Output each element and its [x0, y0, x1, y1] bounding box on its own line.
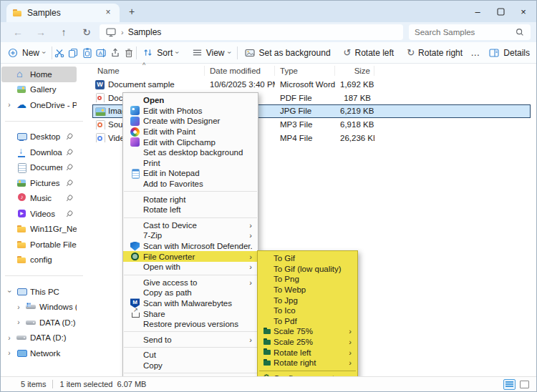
- menu-item-cast-to-device[interactable]: Cast to Device›: [123, 220, 258, 231]
- menu-item-to-jpg[interactable]: To Jpg: [258, 295, 357, 305]
- sidebar-item-windows-c[interactable]: ›Windows (C:): [1, 300, 77, 315]
- icons-view-toggle[interactable]: [520, 381, 529, 388]
- minimize-button[interactable]: –: [466, 1, 489, 22]
- menu-item-to-ico[interactable]: To Ico: [258, 305, 357, 316]
- menu-item-label: Create with Designer: [143, 117, 252, 125]
- sidebar-item-home[interactable]: Home: [1, 67, 77, 82]
- chevron-right-icon[interactable]: ›: [6, 334, 13, 342]
- menu-item-scale-25[interactable]: Scale 25%›: [258, 337, 357, 348]
- rename-button[interactable]: A: [94, 44, 107, 62]
- file-row-document-sample[interactable]: Document sample10/6/2025 3:40 PMMicrosof…: [92, 78, 531, 92]
- sidebar-item-win11gr-new[interactable]: Win11Gr_New: [1, 222, 77, 237]
- sidebar-item-label: Pictures: [30, 179, 62, 187]
- menu-item-scan-with-malwarebytes[interactable]: Scan with Malwarebytes: [123, 298, 258, 309]
- menu-item-open[interactable]: Open: [123, 95, 258, 106]
- forward-icon[interactable]: →: [29, 24, 52, 41]
- back-icon[interactable]: ←: [6, 24, 29, 41]
- menu-item-open-with[interactable]: Open with›: [123, 262, 258, 273]
- menu-item-print[interactable]: Print: [123, 158, 258, 169]
- menu-item-to-webp[interactable]: To Webp: [258, 285, 357, 295]
- sidebar-item-documents[interactable]: Documents: [1, 160, 77, 176]
- view-button[interactable]: View ›: [185, 42, 237, 63]
- column-header-name[interactable]: Name: [92, 66, 205, 76]
- menu-item-edit-with-paint[interactable]: Edit with Paint: [123, 127, 258, 137]
- column-header-size[interactable]: Size: [335, 66, 374, 76]
- menu-item-scale-75[interactable]: Scale 75%›: [258, 326, 357, 337]
- sidebar-item-gallery[interactable]: Gallery: [1, 82, 77, 98]
- paste-button[interactable]: [80, 44, 94, 62]
- up-icon[interactable]: ↑: [52, 24, 75, 41]
- menu-item-edit-with-clipchamp[interactable]: Edit with Clipchamp: [123, 137, 258, 147]
- sidebar-item-onedrive-persona[interactable]: ›OneDrive - Persona: [1, 97, 77, 113]
- tab-samples[interactable]: Samples ×: [6, 4, 120, 22]
- set-as-background-button[interactable]: Set as background: [238, 42, 337, 63]
- menu-item-restore-previous-versions[interactable]: Restore previous versions: [123, 319, 258, 330]
- address-bar[interactable]: › Samples: [100, 24, 403, 40]
- sidebar-item-config[interactable]: config: [1, 253, 77, 268]
- menu-item-to-gif-low-quality[interactable]: To Gif (low quality): [258, 264, 357, 275]
- sidebar-item-data-d[interactable]: ›DATA (D:): [1, 330, 77, 346]
- menu-item-rotate-right[interactable]: Rotate right›: [258, 358, 357, 368]
- menu-item-copy-as-path[interactable]: Copy as path: [123, 288, 258, 298]
- sidebar-item-data-d[interactable]: ›DATA (D:): [1, 315, 77, 330]
- refresh-icon[interactable]: ↻: [75, 24, 98, 41]
- video-file-icon: [95, 133, 105, 142]
- chevron-right-icon[interactable]: ›: [6, 101, 13, 109]
- search-input[interactable]: Search Samples: [409, 24, 531, 40]
- menu-item-cut[interactable]: Cut: [123, 350, 258, 361]
- menu-item-copy[interactable]: Copy: [123, 361, 258, 371]
- menu-item-to-png[interactable]: To Png: [258, 274, 357, 285]
- close-button[interactable]: ×: [512, 1, 535, 22]
- menu-item-file-converter[interactable]: File Converter›: [123, 251, 258, 262]
- menu-item-scan-with-microsoft-defender[interactable]: Scan with Microsoft Defender...: [123, 241, 258, 252]
- column-header-type[interactable]: Type: [275, 66, 335, 76]
- cut-button[interactable]: [52, 44, 66, 62]
- chevron-down-icon[interactable]: ›: [6, 288, 14, 295]
- details-pane-button[interactable]: Details: [482, 47, 536, 59]
- chevron-right-icon[interactable]: ›: [15, 318, 22, 326]
- menu-item-to-pdf[interactable]: To Pdf: [258, 316, 357, 327]
- sidebar-item-this-pc[interactable]: ›This PC: [1, 284, 77, 300]
- menu-item-rotate-left[interactable]: Rotate left›: [258, 347, 357, 358]
- sort-button[interactable]: Sort ›: [136, 42, 185, 63]
- menu-item-set-as-desktop-background[interactable]: Set as desktop background: [123, 147, 258, 158]
- copy-button[interactable]: [66, 44, 79, 62]
- sidebar-item-network[interactable]: ›Network: [1, 346, 77, 361]
- pin-icon: [64, 178, 74, 187]
- sort-icon: [142, 47, 153, 58]
- menu-item-create-with-designer[interactable]: Create with Designer: [123, 116, 258, 127]
- menu-item-7-zip[interactable]: 7-Zip›: [123, 230, 258, 241]
- new-button[interactable]: New ›: [1, 42, 52, 63]
- details-view-toggle[interactable]: [503, 379, 516, 390]
- delete-button[interactable]: [122, 44, 135, 62]
- file-type-cell: MP3 File: [275, 120, 335, 129]
- sidebar-item-videos[interactable]: Videos: [1, 206, 77, 222]
- menu-item-send-to[interactable]: Send to›: [123, 334, 258, 345]
- sidebar-item-downloads[interactable]: Downloads: [1, 144, 77, 160]
- rotate-left-button[interactable]: ↺ Rotate left: [337, 42, 401, 63]
- menu-item-to-gif[interactable]: To Gif: [258, 253, 357, 264]
- tab-close-icon[interactable]: ×: [102, 7, 114, 19]
- share-button[interactable]: [108, 44, 122, 62]
- pic-icon: [16, 178, 26, 188]
- menu-item-rotate-left[interactable]: Rotate left: [123, 205, 258, 215]
- sidebar-item-label: Win11Gr_New: [30, 225, 77, 233]
- sidebar-item-pictures[interactable]: Pictures: [1, 175, 77, 191]
- column-header-date[interactable]: Date modified: [205, 66, 275, 76]
- rotate-right-button[interactable]: ↻ Rotate right: [400, 42, 469, 63]
- menu-item-edit-with-photos[interactable]: Edit with Photos: [123, 106, 258, 117]
- folder-icon: [16, 255, 26, 265]
- sidebar-item-desktop[interactable]: Desktop: [1, 129, 77, 145]
- menu-item-give-access-to[interactable]: Give access to›: [123, 278, 258, 288]
- menu-item-share[interactable]: Share: [123, 308, 258, 319]
- chevron-right-icon[interactable]: ›: [15, 303, 22, 311]
- sidebar-item-portable-files[interactable]: Portable Files: [1, 237, 77, 253]
- menu-item-add-to-favorites[interactable]: Add to Favorites: [123, 179, 258, 190]
- chevron-right-icon[interactable]: ›: [6, 349, 13, 357]
- menu-item-edit-in-notepad[interactable]: Edit in Notepad: [123, 168, 258, 179]
- menu-item-rotate-right[interactable]: Rotate right: [123, 194, 258, 205]
- sidebar-item-music[interactable]: Music: [1, 191, 77, 207]
- new-tab-button[interactable]: +: [125, 6, 138, 19]
- maximize-button[interactable]: [489, 1, 512, 22]
- more-options-button[interactable]: …: [469, 47, 482, 58]
